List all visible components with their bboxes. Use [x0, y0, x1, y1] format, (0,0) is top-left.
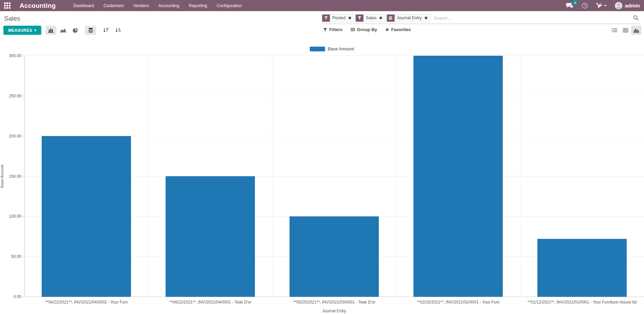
- bar-0[interactable]: [42, 136, 131, 297]
- control-panel-toolbar: MEASURES: [0, 25, 644, 37]
- y-tick-label: 150.00: [9, 174, 21, 179]
- view-switcher: [609, 26, 641, 35]
- message-count-badge: 1: [573, 0, 578, 5]
- facet-remove-icon[interactable]: ✖: [379, 15, 384, 22]
- activities-clock-icon[interactable]: [582, 3, 588, 9]
- legend-label[interactable]: Base Amount: [328, 46, 354, 51]
- search-input[interactable]: [432, 16, 632, 21]
- facet-remove-icon[interactable]: ✖: [348, 15, 354, 22]
- y-tick-label: 100.00: [9, 214, 21, 219]
- star-icon: ★: [385, 27, 389, 32]
- apps-grid-icon[interactable]: [4, 2, 11, 9]
- group-by-bars-icon: [387, 15, 395, 22]
- search-facet-journal-entry: Journal Entry ✖: [386, 14, 430, 22]
- menu-reporting[interactable]: Reporting: [189, 3, 207, 8]
- bar-chart-type-button[interactable]: [45, 26, 57, 35]
- sales-bar-chart: Base Amount0.0050.00100.00150.00200.0025…: [0, 37, 644, 314]
- x-tick-label: **01/12/2021**, INV/2021/01/0001 - Your …: [528, 300, 637, 305]
- filters-menu-button[interactable]: Filters: [323, 27, 342, 32]
- sort-descending-button[interactable]: [100, 26, 111, 35]
- graph-view-button[interactable]: [631, 26, 641, 35]
- x-axis-title: Journal Entry: [322, 309, 346, 313]
- pivot-view-button[interactable]: [620, 26, 630, 35]
- line-area-chart-type-button[interactable]: [58, 26, 69, 35]
- caret-right-icon: [35, 29, 37, 32]
- messages-icon[interactable]: 1: [566, 3, 574, 8]
- y-axis-title: Base Amount: [0, 164, 4, 188]
- facet-label: Journal Entry: [395, 15, 424, 22]
- stacked-toggle-button[interactable]: [85, 26, 96, 35]
- page-title: Sales: [4, 15, 20, 22]
- facet-label: Sales: [363, 15, 379, 22]
- x-tick-label: **04/22/2021**, INV/2021/04/0002 - Your …: [45, 300, 128, 305]
- main-menu: Dashboard Customers Vendors Accounting R…: [73, 3, 242, 8]
- y-tick-label: 0.00: [14, 294, 22, 299]
- group-by-menu-button[interactable]: Group By: [351, 27, 377, 32]
- x-tick-label: **02/15/2021**, INV/2021/02/0001 - Your …: [417, 300, 499, 305]
- bar-1[interactable]: [165, 176, 255, 297]
- x-tick-label: **03/25/2021**, INV/2021/03/0001 - Teak …: [293, 300, 375, 305]
- menu-vendors[interactable]: Vendors: [133, 3, 149, 8]
- user-menu[interactable]: admin: [615, 2, 640, 9]
- tools-caret-down-icon: [604, 5, 607, 6]
- y-tick-label: 200.00: [9, 134, 21, 139]
- measures-button[interactable]: MEASURES: [3, 26, 41, 35]
- favorites-menu-button[interactable]: ★ Favorites: [385, 27, 410, 32]
- bar-4[interactable]: [537, 239, 627, 297]
- menu-accounting[interactable]: Accounting: [158, 3, 179, 8]
- filter-funnel-icon: [323, 28, 327, 32]
- user-name: admin: [625, 3, 640, 8]
- bar-2[interactable]: [290, 216, 379, 297]
- search-icon[interactable]: [633, 15, 640, 21]
- y-tick-label: 300.00: [9, 53, 21, 58]
- y-tick-label: 50.00: [11, 254, 21, 259]
- user-avatar: [615, 2, 622, 9]
- search-facet-sales: Sales ✖: [355, 14, 385, 22]
- facet-remove-icon[interactable]: ✖: [424, 15, 430, 22]
- facet-label: Posted: [330, 15, 348, 22]
- group-by-bars-icon: [351, 28, 355, 31]
- y-tick-label: 250.00: [9, 94, 21, 98]
- search-bar: Posted ✖ Sales ✖ Journal Entry ✖: [322, 12, 640, 24]
- menu-dashboard[interactable]: Dashboard: [73, 3, 94, 8]
- debug-tools-icon[interactable]: [596, 3, 607, 8]
- menu-customers[interactable]: Customers: [104, 3, 124, 8]
- filter-funnel-icon: [356, 15, 363, 22]
- x-tick-label: **04/22/2021**, INV/2021/04/0001 - Teak …: [169, 300, 251, 305]
- pie-chart-type-button[interactable]: [70, 26, 81, 35]
- list-view-button[interactable]: [609, 26, 620, 35]
- legend-swatch[interactable]: [310, 47, 325, 51]
- menu-configuration[interactable]: Configuration: [217, 3, 242, 8]
- filter-funnel-icon: [322, 15, 330, 22]
- top-navbar: Accounting Dashboard Customers Vendors A…: [0, 0, 644, 11]
- search-facet-posted: Posted ✖: [322, 14, 354, 22]
- bar-3[interactable]: [414, 56, 503, 297]
- sort-ascending-button[interactable]: [112, 26, 124, 35]
- app-title[interactable]: Accounting: [20, 2, 56, 9]
